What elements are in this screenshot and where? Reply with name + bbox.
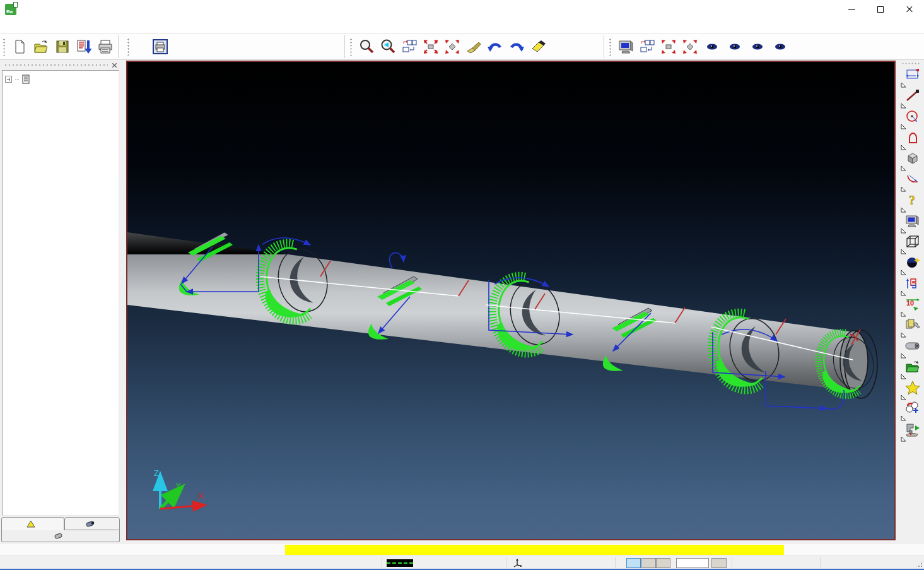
view-3d-button[interactable] bbox=[615, 36, 636, 57]
app-window: Ra bbox=[0, 0, 924, 570]
panel-close-icon[interactable] bbox=[112, 62, 117, 68]
undo-button[interactable] bbox=[484, 36, 506, 57]
window-layout-icon bbox=[639, 39, 655, 55]
auto-dimension-button[interactable]: 10 bbox=[900, 297, 921, 318]
query-button[interactable]: ? bbox=[900, 193, 921, 213]
flyout-icon bbox=[901, 165, 906, 171]
zoom-extents-3d-button[interactable] bbox=[442, 36, 463, 57]
redo-button[interactable] bbox=[506, 36, 527, 57]
solid-cube-button[interactable] bbox=[900, 151, 921, 172]
axis-z-label: Z bbox=[154, 468, 159, 478]
viewport-canvas[interactable]: Z Y X bbox=[127, 62, 894, 539]
pipe-cylinder-icon bbox=[904, 338, 921, 353]
document-icon bbox=[22, 74, 30, 84]
flyout-icon bbox=[901, 145, 906, 150]
arc-tool-button[interactable] bbox=[900, 172, 921, 193]
expand-coords-button[interactable] bbox=[711, 558, 727, 568]
arc-icon bbox=[904, 172, 921, 187]
zoom-extents-icon bbox=[660, 39, 677, 55]
view-xyz-button[interactable] bbox=[769, 35, 792, 58]
flyout-icon bbox=[901, 270, 906, 275]
expand-icon[interactable] bbox=[5, 76, 12, 83]
flyout-icon bbox=[901, 207, 906, 213]
snap-circles-icon bbox=[904, 401, 921, 416]
job-list-node[interactable] bbox=[5, 74, 116, 84]
printer-icon bbox=[97, 39, 114, 55]
save-button[interactable] bbox=[52, 36, 73, 57]
import-geometry-button[interactable] bbox=[900, 359, 921, 380]
flyout-icon bbox=[901, 249, 906, 254]
nc-code-export-button[interactable] bbox=[73, 36, 95, 57]
toolbar-separator bbox=[344, 35, 345, 58]
line-tool-button[interactable] bbox=[900, 88, 921, 109]
toolbar-grip[interactable] bbox=[3, 38, 6, 56]
tab-machining[interactable] bbox=[1, 517, 64, 530]
maximize-button[interactable] bbox=[866, 0, 895, 19]
view-yz-button[interactable] bbox=[746, 35, 769, 58]
flyout-icon bbox=[901, 353, 906, 359]
viewport[interactable]: Z Y X bbox=[126, 61, 896, 540]
pipe-scene: Z Y X bbox=[127, 62, 894, 539]
close-icon bbox=[906, 6, 913, 13]
slot-shape-button[interactable] bbox=[900, 130, 921, 151]
plane-xz-button[interactable] bbox=[641, 558, 656, 568]
tab-pipe[interactable] bbox=[64, 517, 120, 530]
machining-simulate-button[interactable] bbox=[900, 422, 921, 442]
print-button[interactable] bbox=[95, 36, 116, 57]
dimension-rectangle-icon bbox=[904, 68, 921, 83]
window-layout-2-button[interactable] bbox=[636, 36, 658, 57]
zoom-extents-button[interactable] bbox=[420, 36, 442, 57]
snap-settings-button[interactable] bbox=[900, 401, 921, 422]
wireframe-cube-button[interactable] bbox=[900, 234, 921, 255]
minimize-button[interactable] bbox=[837, 0, 866, 19]
redraw-button[interactable] bbox=[463, 36, 484, 57]
monitor-icon bbox=[904, 213, 921, 229]
layers-wrench-icon bbox=[904, 318, 921, 333]
plane-yz-button[interactable] bbox=[656, 558, 670, 568]
toolbar-grip[interactable] bbox=[609, 38, 612, 56]
axis-x-label: X bbox=[198, 491, 204, 501]
svg-text:?: ? bbox=[909, 193, 915, 207]
render-button[interactable] bbox=[900, 255, 921, 276]
dimension-rectangle-button[interactable] bbox=[900, 68, 921, 88]
eraser-icon bbox=[530, 39, 546, 55]
zoom-previous-button[interactable] bbox=[377, 36, 399, 57]
flyout-icon bbox=[901, 124, 906, 129]
view-monitor-button[interactable] bbox=[900, 213, 921, 234]
main-area: Z Y X bbox=[0, 60, 924, 544]
pipe-icon bbox=[85, 520, 95, 528]
new-file-button[interactable] bbox=[9, 36, 30, 57]
view-xz-button[interactable] bbox=[723, 35, 746, 58]
render-sphere-icon bbox=[904, 255, 921, 270]
plane-xy-button[interactable] bbox=[626, 558, 641, 568]
layer-linetype-swatch[interactable] bbox=[387, 559, 413, 567]
z-coordinate-input[interactable] bbox=[676, 558, 709, 568]
tab-geometry[interactable] bbox=[1, 530, 120, 542]
erase-button[interactable] bbox=[527, 36, 549, 57]
zoom-button[interactable] bbox=[356, 36, 377, 57]
cube-icon bbox=[904, 151, 921, 166]
open-file-button[interactable] bbox=[30, 36, 52, 57]
pipe-tool-button[interactable] bbox=[900, 338, 921, 359]
close-button[interactable] bbox=[895, 0, 924, 19]
undo-icon bbox=[487, 39, 503, 55]
toolbar-grip[interactable] bbox=[349, 38, 353, 56]
view-xy-button[interactable] bbox=[701, 35, 723, 58]
layer-tools-button[interactable] bbox=[900, 318, 921, 338]
toolbar-grip[interactable] bbox=[127, 38, 131, 56]
resize-grip[interactable] bbox=[915, 560, 923, 568]
zoom-extents-2-button[interactable] bbox=[658, 36, 679, 57]
profile-copy-button[interactable] bbox=[900, 276, 921, 297]
zoom-previous-icon bbox=[380, 39, 396, 55]
question-icon: ? bbox=[904, 193, 921, 208]
panel-grip[interactable] bbox=[4, 64, 108, 66]
print-preview-button[interactable] bbox=[149, 36, 171, 57]
flyout-icon bbox=[901, 436, 906, 442]
zoom-extents-3d-2-button[interactable] bbox=[679, 36, 701, 57]
zoom-extents-icon bbox=[423, 39, 439, 55]
toolbar-grip[interactable] bbox=[901, 62, 920, 65]
circle-tool-button[interactable] bbox=[900, 109, 921, 130]
selection-highlight bbox=[285, 545, 784, 555]
favorites-button[interactable] bbox=[900, 380, 921, 401]
window-layout-button[interactable] bbox=[399, 36, 420, 57]
